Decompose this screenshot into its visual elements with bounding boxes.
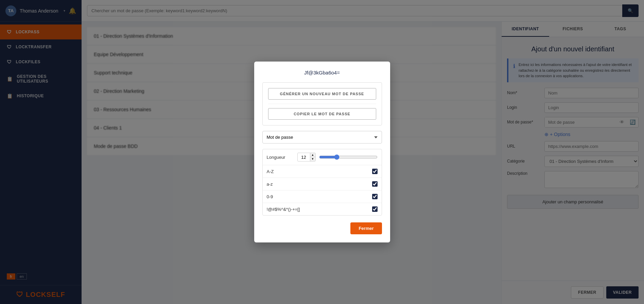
option-checkbox-special[interactable] — [372, 206, 378, 212]
option-checkbox-09[interactable] — [372, 194, 378, 199]
option-label-az-lower: a-z — [267, 182, 369, 187]
option-row-special: !@#$%^&*()-+=[] — [263, 203, 382, 215]
modal-password-box: GÉNÉRER UN NOUVEAU MOT DE PASSE COPIER L… — [262, 82, 382, 125]
length-input[interactable] — [298, 153, 310, 161]
option-checkbox-az-lower[interactable] — [372, 181, 378, 187]
modal-overlay: Jf@3kGba6o4= GÉNÉRER UN NOUVEAU MOT DE P… — [0, 0, 644, 304]
copy-password-button[interactable]: COPIER LE MOT DE PASSE — [268, 108, 376, 120]
length-slider[interactable] — [319, 154, 378, 160]
option-row-09: 0-9 — [263, 190, 382, 203]
length-spinner: ▲ ▼ — [297, 153, 316, 162]
modal-options-box: Longueur ▲ ▼ A-Z a-z — [262, 149, 382, 216]
modal-close-button[interactable]: Fermer — [350, 222, 382, 234]
spinner-controls: ▲ ▼ — [310, 153, 315, 161]
option-checkbox-az[interactable] — [372, 169, 378, 174]
length-label: Longueur — [267, 155, 294, 160]
option-label-09: 0-9 — [267, 194, 369, 199]
option-row-az: A-Z — [263, 165, 382, 178]
password-type-select[interactable]: Mot de passe Code PIN Phrase — [262, 131, 382, 143]
separator — [268, 104, 376, 104]
modal: Jf@3kGba6o4= GÉNÉRER UN NOUVEAU MOT DE P… — [254, 62, 390, 242]
length-row: Longueur ▲ ▼ — [263, 149, 382, 165]
option-label-special: !@#$%^&*()-+=[] — [267, 207, 369, 212]
option-row-az-lower: a-z — [263, 178, 382, 190]
generate-password-button[interactable]: GÉNÉRER UN NOUVEAU MOT DE PASSE — [268, 88, 376, 100]
spinner-down-button[interactable]: ▼ — [310, 157, 315, 161]
spinner-up-button[interactable]: ▲ — [310, 153, 315, 157]
modal-title: Jf@3kGba6o4= — [262, 70, 382, 75]
modal-footer: Fermer — [262, 222, 382, 234]
option-label-az: A-Z — [267, 169, 369, 174]
